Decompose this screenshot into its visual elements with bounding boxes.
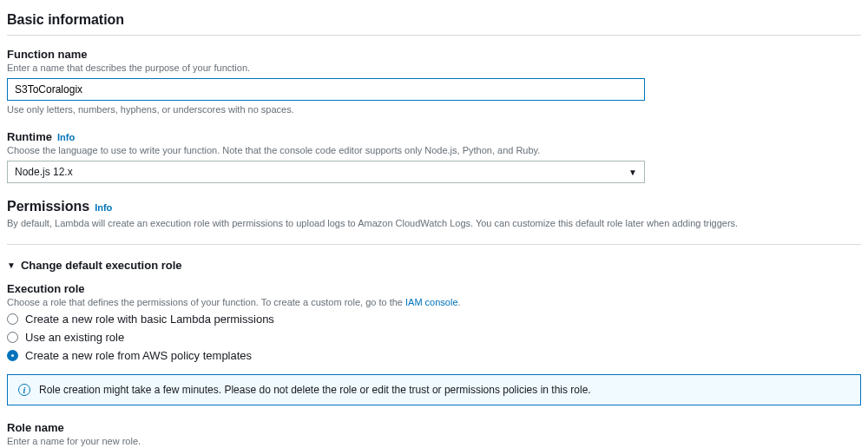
function-name-desc: Enter a name that describes the purpose … (7, 63, 861, 73)
function-name-help: Use only letters, numbers, hyphens, or u… (7, 104, 861, 115)
radio-icon-selected (7, 350, 18, 361)
permissions-title: Permissions (7, 199, 89, 214)
expander-label: Change default execution role (21, 259, 182, 272)
radio-option-existing[interactable]: Use an existing role (7, 331, 861, 344)
radio-icon (7, 313, 18, 325)
permissions-info-link[interactable]: Info (95, 202, 112, 213)
iam-console-link[interactable]: IAM console (405, 297, 458, 307)
caret-down-icon: ▼ (628, 168, 637, 177)
radio-icon (7, 332, 18, 343)
radio-option-templates[interactable]: Create a new role from AWS policy templa… (7, 349, 861, 362)
radio-label: Use an existing role (25, 331, 124, 344)
execution-role-label: Execution role (7, 282, 861, 295)
runtime-label: Runtime (7, 130, 52, 143)
execution-role-desc: Choose a role that defines the permissio… (7, 297, 861, 307)
alert-text: Role creation might take a few minutes. … (39, 384, 591, 396)
function-name-input[interactable] (7, 78, 645, 101)
triangle-down-icon: ▼ (7, 260, 16, 270)
role-name-label: Role name (7, 421, 861, 434)
expander-toggle[interactable]: ▼ Change default execution role (7, 259, 861, 272)
permissions-desc: By default, Lambda will create an execut… (7, 218, 861, 228)
role-name-desc: Enter a name for your new role. (7, 436, 861, 446)
divider (7, 35, 861, 36)
function-name-label: Function name (7, 48, 861, 61)
runtime-value: Node.js 12.x (15, 166, 73, 178)
info-icon: i (18, 384, 30, 396)
radio-label: Create a new role from AWS policy templa… (25, 349, 252, 362)
runtime-desc: Choose the language to use to write your… (7, 145, 861, 155)
runtime-info-link[interactable]: Info (57, 132, 75, 142)
divider (7, 244, 861, 245)
radio-label: Create a new role with basic Lambda perm… (25, 313, 274, 326)
info-alert: i Role creation might take a few minutes… (7, 374, 861, 405)
section-title: Basic information (7, 7, 861, 35)
runtime-dropdown[interactable]: Node.js 12.x ▼ (7, 161, 645, 183)
radio-option-basic[interactable]: Create a new role with basic Lambda perm… (7, 313, 861, 326)
